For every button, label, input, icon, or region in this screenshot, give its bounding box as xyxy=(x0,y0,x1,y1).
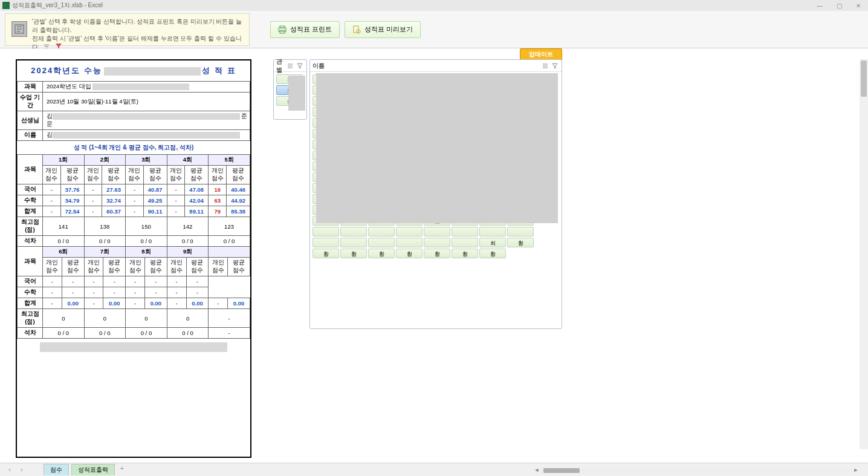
data-cell: - xyxy=(43,184,61,195)
data-cell: - xyxy=(186,276,209,287)
scroll-thumb-h[interactable] xyxy=(543,468,580,473)
sub-header: 평균점수 xyxy=(102,166,126,184)
multiselect-icon[interactable] xyxy=(541,62,549,70)
slicer-item[interactable]: 황 xyxy=(452,249,478,258)
data-cell: 0.00 xyxy=(145,298,167,309)
print-button[interactable]: 성적표 프린트 xyxy=(270,21,340,38)
slicer-area: 업데이트 관별 강노중 이름 김김김김김김김김김김김김김박서송유이임정조최황황황 xyxy=(273,59,562,458)
slicer-item[interactable] xyxy=(340,238,367,247)
data-cell: 0.00 xyxy=(228,298,250,309)
data-cell: 0 / 0 xyxy=(43,236,85,247)
slicer-item[interactable] xyxy=(452,238,478,247)
slicer-item[interactable] xyxy=(507,227,534,236)
sheet-tab-report[interactable]: 성적표출력 xyxy=(71,464,115,475)
slicer-item[interactable] xyxy=(368,227,395,236)
maximize-button[interactable]: ▢ xyxy=(829,0,849,11)
info-icon xyxy=(11,21,27,37)
hdr-1: 1회 xyxy=(43,155,85,166)
slicer-item[interactable]: 최 xyxy=(479,238,506,247)
slicer-item[interactable] xyxy=(396,238,423,247)
data-cell: - xyxy=(167,287,186,298)
data-cell: - xyxy=(126,206,144,217)
report-footer xyxy=(17,339,250,356)
data-cell: 141 xyxy=(43,217,85,236)
slicer-item[interactable] xyxy=(368,238,395,247)
sub-header: 평균점수 xyxy=(227,166,250,184)
slicer-item[interactable] xyxy=(313,227,339,236)
data-cell: 16 xyxy=(209,184,227,195)
slicer-item[interactable]: 황 xyxy=(313,249,339,258)
slicer-item[interactable]: 황 xyxy=(396,249,423,258)
row-total: 합계 xyxy=(18,206,43,217)
minimize-button[interactable]: — xyxy=(810,0,829,11)
data-cell: 27.63 xyxy=(102,184,126,195)
data-cell: - xyxy=(62,287,84,298)
tab-prev-icon[interactable]: ‹ xyxy=(5,465,15,475)
sheet-tab-scores[interactable]: 점수 xyxy=(44,464,69,475)
add-sheet-icon[interactable]: + xyxy=(117,465,127,475)
data-cell: 0 / 0 xyxy=(43,328,85,339)
slicer-item[interactable] xyxy=(424,227,450,236)
data-cell: - xyxy=(167,184,185,195)
sub-header: 평균점수 xyxy=(60,166,84,184)
preview-button[interactable]: 성적표 미리보기 xyxy=(345,21,421,38)
worksheet-area[interactable]: 2024학년도 수능 성 적 표 과목 2024학년도 대입 수업 기간 202… xyxy=(0,48,868,463)
data-cell: - xyxy=(209,309,250,328)
data-cell: 0 / 0 xyxy=(167,328,209,339)
data-cell: - xyxy=(186,287,209,298)
slicer-item[interactable] xyxy=(424,238,450,247)
sub-header: 개인점수 xyxy=(126,166,144,184)
sub-header: 개인점수 xyxy=(209,166,227,184)
data-cell: 34.79 xyxy=(60,195,84,206)
slicer-item[interactable]: 황 xyxy=(340,249,367,258)
scroll-right-icon[interactable]: ► xyxy=(852,467,860,474)
hdr-5: 5회 xyxy=(209,155,250,166)
data-cell: - xyxy=(84,298,103,309)
label-name: 이름 xyxy=(18,130,43,141)
data-cell: - xyxy=(126,287,145,298)
slicer-item[interactable] xyxy=(313,238,339,247)
data-cell: 40.46 xyxy=(227,184,250,195)
report-title-right: 성 적 표 xyxy=(202,66,236,75)
tab-next-icon[interactable]: › xyxy=(17,465,27,475)
clear-filter-icon[interactable] xyxy=(551,62,559,70)
vertical-scrollbar[interactable] xyxy=(860,59,868,449)
horizontal-scrollbar[interactable]: ◄ ► xyxy=(533,468,860,474)
sub-header: 평균점수 xyxy=(103,258,126,276)
scroll-left-icon[interactable]: ◄ xyxy=(533,467,540,474)
sub-header: 개인점수 xyxy=(84,166,102,184)
close-button[interactable]: ✕ xyxy=(849,0,868,11)
hdr-9: 9회 xyxy=(167,247,209,258)
info-table: 과목 2024학년도 대입 수업 기간 2023년 10월 30일(월)-11월… xyxy=(17,81,250,141)
data-cell: 0 / 0 xyxy=(84,236,126,247)
slicer-item[interactable]: 황 xyxy=(507,238,534,247)
slicer-item[interactable] xyxy=(340,227,367,236)
slicer-item[interactable]: 황 xyxy=(479,249,506,258)
data-cell: - xyxy=(84,184,102,195)
update-button[interactable]: 업데이트 xyxy=(520,48,562,60)
data-cell: 142 xyxy=(167,217,209,236)
slicer-item[interactable] xyxy=(452,227,478,236)
slicer-item[interactable]: 황 xyxy=(424,249,450,258)
data-cell: 44.92 xyxy=(227,195,250,206)
data-cell: - xyxy=(167,195,185,206)
slicer-item[interactable] xyxy=(396,227,423,236)
row-rank: 석차 xyxy=(18,236,43,247)
sheet-tab-bar: ‹ › 점수 성적표출력 + ◄ ► xyxy=(0,463,868,476)
scroll-thumb[interactable] xyxy=(861,60,867,97)
slicer-class[interactable]: 관별 강노중 xyxy=(273,59,307,120)
preview-label: 성적표 미리보기 xyxy=(364,25,413,34)
label-period: 수업 기간 xyxy=(18,93,43,111)
clear-filter-icon[interactable] xyxy=(296,62,304,70)
data-cell: 79 xyxy=(209,206,227,217)
slicer-item[interactable]: 황 xyxy=(368,249,395,258)
preview-icon xyxy=(352,25,361,34)
title-bar: 성적표출력_ver3_1차.xlsb - Excel — ▢ ✕ xyxy=(0,0,868,11)
row-kor-b: 국어 xyxy=(18,276,43,287)
slicer-item[interactable] xyxy=(479,227,506,236)
row-high-b: 최고점(점) xyxy=(18,309,43,328)
data-cell: 40.87 xyxy=(143,184,167,195)
slicer-name[interactable]: 이름 김김김김김김김김김김김김김박서송유이임정조최황황황황황황황황 xyxy=(309,59,562,329)
multiselect-icon[interactable] xyxy=(286,62,294,70)
report-title: 2024학년도 수능 성 적 표 xyxy=(17,60,250,81)
